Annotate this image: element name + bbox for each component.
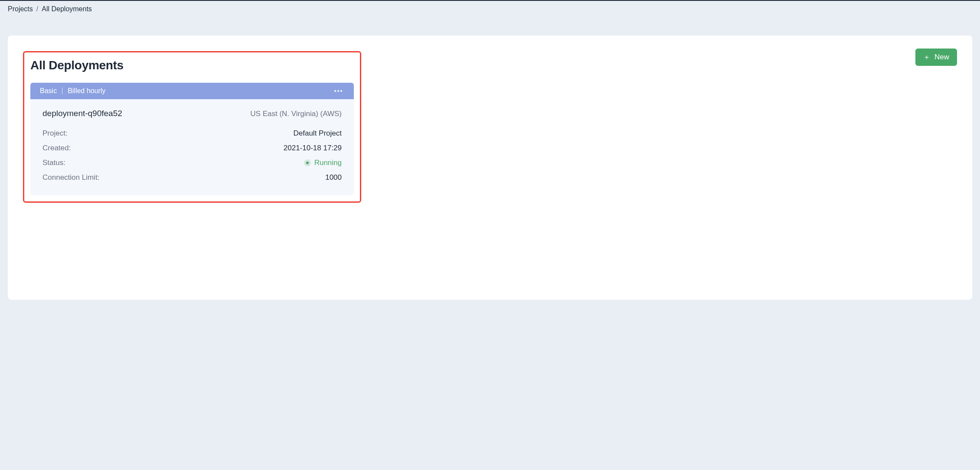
label-created: Created: (42, 144, 71, 152)
status-dot-icon (304, 159, 311, 166)
value-connection-limit: 1000 (325, 173, 342, 182)
value-status: Running (304, 159, 342, 167)
label-connection-limit: Connection Limit: (42, 173, 99, 182)
tag-divider (62, 88, 62, 94)
deployment-card[interactable]: Basic Billed hourly deploymen (30, 83, 354, 195)
value-project: Default Project (294, 129, 342, 138)
page-title: All Deployments (30, 58, 124, 72)
info-row-project: Project: Default Project (42, 126, 342, 141)
more-horizontal-icon (334, 90, 343, 92)
label-status: Status: (42, 159, 65, 167)
svg-point-2 (340, 90, 342, 92)
deployment-region: US East (N. Virginia) (AWS) (250, 110, 342, 118)
svg-point-1 (337, 90, 339, 92)
highlight-annotation: All Deployments Basic Billed hourly (23, 51, 361, 203)
breadcrumb-projects-link[interactable]: Projects (8, 5, 33, 13)
main-panel: All Deployments ＋ New All Deployments Ba… (8, 36, 972, 300)
value-created: 2021-10-18 17:29 (284, 144, 342, 152)
info-row-status: Status: Running (42, 156, 342, 170)
info-row-connection-limit: Connection Limit: 1000 (42, 170, 342, 185)
new-button-label: New (934, 53, 949, 62)
breadcrumb-separator: / (36, 5, 38, 13)
breadcrumb-current: All Deployments (42, 5, 92, 13)
svg-point-0 (334, 90, 336, 92)
label-project: Project: (42, 129, 68, 138)
new-button[interactable]: ＋ New (915, 49, 957, 66)
info-row-created: Created: 2021-10-18 17:29 (42, 141, 342, 156)
card-more-button[interactable] (332, 88, 344, 94)
deployment-card-body: deployment-q90fea52 US East (N. Virginia… (30, 99, 354, 195)
deployment-name: deployment-q90fea52 (42, 109, 122, 118)
plus-icon: ＋ (923, 54, 930, 61)
deployment-tier: Basic (40, 87, 57, 95)
status-text: Running (314, 159, 342, 167)
deployment-billing: Billed hourly (68, 87, 105, 95)
deployment-card-header: Basic Billed hourly (30, 83, 354, 99)
breadcrumb: Projects / All Deployments (0, 1, 980, 17)
